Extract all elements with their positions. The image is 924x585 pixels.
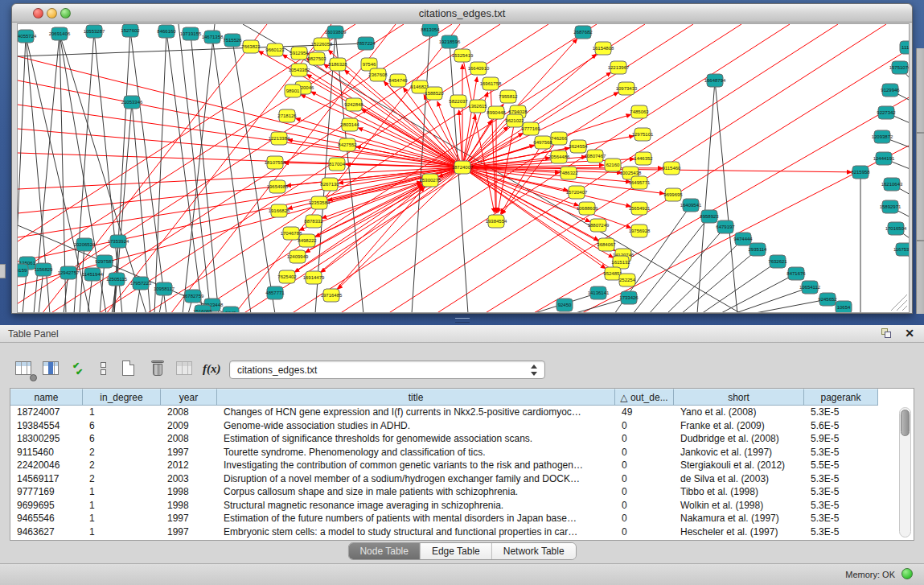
node-label: 9699695 bbox=[663, 192, 683, 197]
column-header-indegree[interactable]: in_degree bbox=[83, 389, 161, 406]
rows-icon[interactable] bbox=[93, 359, 114, 380]
splitter-handle[interactable] bbox=[455, 318, 470, 323]
node-label: 9245 bbox=[225, 311, 236, 312]
table-row[interactable]: 1830029562008Estimation of significance … bbox=[10, 432, 914, 446]
float-panel-icon[interactable] bbox=[881, 328, 892, 339]
node-label: 15226058 bbox=[311, 42, 333, 47]
table-cell: 1 bbox=[83, 525, 161, 539]
node-label: 2803144 bbox=[340, 122, 359, 127]
citation-edge-red[interactable] bbox=[491, 84, 496, 212]
tab-network-table[interactable]: Network Table bbox=[492, 543, 576, 559]
window-titlebar[interactable]: citations_edges.txt bbox=[12, 4, 912, 23]
table-toolbar: ✔✔ f(x) citations_edges.txt bbox=[0, 354, 924, 385]
citation-edge-red[interactable] bbox=[301, 95, 462, 167]
node-label: 10807467 bbox=[585, 154, 606, 159]
resize-grip-icon[interactable] bbox=[897, 300, 907, 311]
table-cell: Corpus callosum shape and size in male p… bbox=[217, 485, 615, 499]
node-label: 9621022 bbox=[505, 118, 524, 123]
node-label: 39159 bbox=[18, 268, 27, 273]
citation-edge-red[interactable] bbox=[321, 167, 462, 272]
citation-edge-black[interactable] bbox=[697, 80, 715, 312]
column-header-name[interactable]: name bbox=[10, 389, 83, 406]
show-column-icon[interactable] bbox=[42, 359, 63, 380]
table-row[interactable]: 969969511998Structural magnetic resonanc… bbox=[10, 499, 914, 513]
memory-ok-indicator-icon[interactable] bbox=[901, 568, 913, 579]
table-scrollbar[interactable] bbox=[899, 407, 911, 538]
table-selector-dropdown[interactable]: citations_edges.txt bbox=[229, 360, 545, 379]
table-cell: 1 bbox=[83, 499, 161, 513]
column-header-year[interactable]: year bbox=[161, 389, 217, 406]
node-label: 18724007 bbox=[452, 165, 474, 170]
citation-edge-black[interactable] bbox=[166, 31, 203, 312]
node-label: 19756928 bbox=[629, 229, 651, 233]
node-label: 20564486 bbox=[548, 154, 570, 159]
network-canvas[interactable]: 2405572420691406105532871527602846616010… bbox=[17, 23, 910, 313]
citation-edge-black[interactable] bbox=[154, 31, 166, 312]
citation-edge-black[interactable] bbox=[80, 245, 84, 312]
node-label: 1733426 bbox=[619, 295, 639, 300]
table-row[interactable]: 1938455462009Genome-wide association stu… bbox=[10, 419, 914, 433]
tab-node-table[interactable]: Node Table bbox=[348, 543, 421, 559]
table-row[interactable]: 911546021997Tourette syndrome. Phenomeno… bbox=[10, 446, 914, 459]
citation-edge-black[interactable] bbox=[681, 249, 758, 312]
node-label: 3684067 bbox=[597, 242, 616, 247]
citation-edge-black[interactable] bbox=[733, 287, 810, 312]
delete-table-icon[interactable] bbox=[148, 359, 169, 380]
citation-edge-red[interactable] bbox=[287, 185, 423, 277]
column-header-pagerank[interactable]: pagerank bbox=[804, 389, 878, 406]
tab-edge-table[interactable]: Edge Table bbox=[421, 543, 492, 559]
citation-edge-red[interactable] bbox=[462, 167, 606, 269]
node-label: 9474444 bbox=[733, 237, 753, 241]
table-cell: Dudbridge et al. (2008) bbox=[674, 432, 804, 446]
node-label: 252254 bbox=[619, 278, 636, 282]
node-label: 12444191 bbox=[873, 156, 895, 161]
citation-edge-black[interactable] bbox=[130, 31, 166, 312]
node-label: 19218596 bbox=[439, 39, 461, 44]
citation-edge-black[interactable] bbox=[179, 24, 211, 312]
citation-edge-black[interactable] bbox=[183, 24, 215, 312]
citation-edge-black[interactable] bbox=[649, 227, 725, 312]
table-settings-icon[interactable] bbox=[14, 359, 35, 380]
panel-collapse-handle[interactable] bbox=[0, 264, 6, 278]
scrollbar-thumb[interactable] bbox=[901, 410, 910, 436]
node-label: 19384554 bbox=[486, 219, 507, 224]
select-columns-icon[interactable]: ✔✔ bbox=[69, 359, 90, 380]
column-header-outde[interactable]: △ out_de... bbox=[615, 389, 674, 406]
table-row[interactable]: 1872400712008Changes of HCN gene express… bbox=[10, 406, 914, 419]
function-builder-icon[interactable]: f(x) bbox=[203, 359, 224, 380]
node-label: 9227342 bbox=[877, 110, 896, 115]
citation-edge-black[interactable] bbox=[100, 262, 105, 312]
citation-edge-black[interactable] bbox=[751, 299, 827, 312]
column-header-short[interactable]: short bbox=[674, 389, 804, 406]
citation-edge-black[interactable] bbox=[232, 40, 275, 312]
node-label: 10719155 bbox=[180, 31, 202, 36]
citation-edge-black[interactable] bbox=[715, 80, 737, 312]
network-view-window: citations_edges.txt 24055724206914061055… bbox=[11, 3, 913, 314]
table-cell: 5.3E-5 bbox=[804, 499, 878, 513]
node-label: 8471676 bbox=[786, 271, 806, 276]
table-row[interactable]: 977716911998Corpus callosum shape and si… bbox=[10, 485, 914, 499]
node-label: 20691406 bbox=[49, 31, 71, 36]
table-cell: 0 bbox=[615, 485, 674, 499]
node-label: 1588520 bbox=[425, 91, 444, 96]
node-label: 8878332 bbox=[304, 219, 323, 224]
table-body: 1872400712008Changes of HCN gene express… bbox=[10, 406, 914, 538]
table-row[interactable]: 946554611997Estimation of the future num… bbox=[10, 512, 914, 525]
table-row[interactable]: 1456911722003Disruption of a novel membe… bbox=[10, 472, 914, 486]
close-panel-icon[interactable]: ✕ bbox=[905, 327, 914, 340]
node-label: 6479197 bbox=[716, 225, 735, 229]
citation-edge-red[interactable] bbox=[484, 48, 909, 312]
node-label: 2687682 bbox=[573, 30, 593, 35]
citation-edge-red[interactable] bbox=[358, 128, 462, 167]
citation-edge-red[interactable] bbox=[338, 167, 462, 289]
citation-edge-red[interactable] bbox=[307, 184, 422, 241]
node-label: 16914479 bbox=[303, 275, 325, 280]
column-header-title[interactable]: title bbox=[217, 389, 615, 406]
table-row[interactable]: 2242004622012Investigating the contribut… bbox=[10, 459, 914, 472]
citation-edge-red[interactable] bbox=[331, 187, 425, 295]
node-label: 16210643 bbox=[881, 182, 903, 187]
new-table-icon[interactable] bbox=[119, 359, 140, 380]
resize-grip-icon[interactable] bbox=[902, 306, 907, 311]
table-cell: 1 bbox=[83, 406, 161, 419]
table-row[interactable]: 946362711997Embryonic stem cells: a mode… bbox=[10, 525, 914, 539]
